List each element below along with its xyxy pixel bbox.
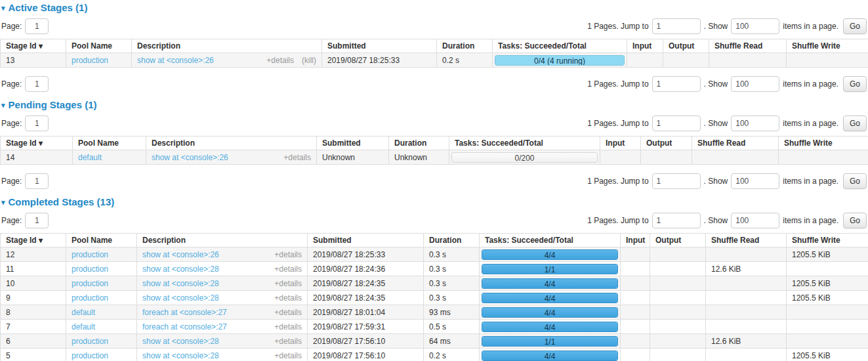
pool-name-link[interactable]: production (72, 351, 108, 360)
kill-link[interactable]: (kill) (302, 56, 316, 65)
column-header-tasks-succeeded-total[interactable]: Tasks: Succeeded/Total (493, 39, 627, 53)
column-header-duration[interactable]: Duration (437, 39, 493, 53)
jump-to-page-input[interactable] (652, 116, 701, 131)
details-link[interactable]: +details (274, 308, 302, 317)
pool-name-link[interactable]: production (72, 337, 108, 346)
cell-pool-name: production (66, 247, 137, 262)
cell-input (621, 320, 650, 334)
description-link[interactable]: show at <console>:26 (152, 153, 228, 162)
column-header-submitted[interactable]: Submitted (308, 234, 424, 247)
column-header-stage-id[interactable]: Stage Id ▾ (1, 137, 73, 150)
cell-submitted: Unknown (317, 150, 389, 165)
page-number-input[interactable] (25, 213, 49, 228)
column-header-shuffle-write[interactable]: Shuffle Write (787, 39, 868, 53)
column-header-input[interactable]: Input (600, 137, 641, 150)
pool-name-link[interactable]: default (72, 308, 95, 317)
pool-name-link[interactable]: default (72, 322, 95, 331)
column-header-tasks-succeeded-total[interactable]: Tasks: Succeeded/Total (449, 137, 600, 150)
cell-description: show at <console>:28+details (137, 262, 308, 276)
show-count-input[interactable] (731, 76, 779, 92)
pool-name-link[interactable]: default (78, 153, 102, 162)
description-link[interactable]: show at <console>:26 (142, 250, 219, 259)
column-header-description[interactable]: Description (137, 234, 308, 247)
jump-to-page-input[interactable] (652, 173, 701, 189)
cell-input (621, 262, 650, 276)
column-header-pool-name[interactable]: Pool Name (66, 39, 132, 53)
column-header-stage-id[interactable]: Stage Id ▾ (1, 39, 66, 53)
show-count-input[interactable] (731, 18, 779, 34)
description-link[interactable]: foreach at <console>:27 (142, 322, 227, 331)
details-link[interactable]: +details (274, 293, 302, 303)
pool-name-link[interactable]: production (72, 293, 108, 303)
details-link[interactable]: +details (274, 265, 302, 274)
go-button[interactable]: Go (843, 116, 867, 131)
details-link[interactable]: +details (274, 279, 302, 288)
column-header-description[interactable]: Description (146, 137, 317, 150)
column-header-stage-id[interactable]: Stage Id ▾ (1, 234, 66, 247)
column-header-submitted[interactable]: Submitted (317, 137, 389, 150)
column-header-output[interactable]: Output (663, 39, 709, 53)
column-header-pool-name[interactable]: Pool Name (66, 234, 137, 247)
section-header-completed-stages-13[interactable]: ▾Completed Stages (13) (1, 196, 868, 208)
cell-submitted: 2019/08/27 17:56:10 (308, 334, 424, 349)
description-link[interactable]: show at <console>:28 (142, 265, 219, 274)
page-number-input[interactable] (25, 18, 49, 34)
column-header-submitted[interactable]: Submitted (322, 39, 437, 53)
page-number-input[interactable] (25, 76, 49, 92)
details-link[interactable]: +details (274, 322, 302, 331)
details-link[interactable]: +details (274, 250, 302, 259)
stage-row: 10productionshow at <console>:28+details… (1, 276, 868, 291)
description-link[interactable]: show at <console>:28 (142, 351, 219, 360)
column-header-duration[interactable]: Duration (389, 137, 449, 150)
description-link[interactable]: show at <console>:26 (137, 56, 214, 65)
column-header-shuffle-write[interactable]: Shuffle Write (787, 234, 868, 247)
go-button[interactable]: Go (843, 18, 867, 34)
cell-input (621, 334, 650, 349)
jump-to-page-input[interactable] (652, 18, 701, 34)
go-button[interactable]: Go (843, 213, 867, 228)
column-header-duration[interactable]: Duration (424, 234, 480, 247)
show-count-input[interactable] (731, 213, 779, 228)
pool-name-link[interactable]: production (72, 279, 108, 288)
column-header-shuffle-read[interactable]: Shuffle Read (692, 137, 779, 150)
column-header-input[interactable]: Input (627, 39, 663, 53)
stage-row: 7defaultforeach at <console>:27+details2… (1, 320, 868, 334)
page-number-input[interactable] (25, 116, 49, 131)
show-label: . Show (704, 79, 728, 89)
details-link[interactable]: +details (266, 56, 294, 65)
pool-name-link[interactable]: production (72, 56, 108, 65)
column-header-shuffle-write[interactable]: Shuffle Write (779, 137, 868, 150)
description-link[interactable]: foreach at <console>:27 (142, 308, 227, 317)
cell-input (621, 247, 650, 262)
column-header-pool-name[interactable]: Pool Name (73, 137, 146, 150)
details-link[interactable]: +details (283, 153, 311, 162)
pool-name-link[interactable]: production (72, 265, 108, 274)
section-header-pending-stages-1[interactable]: ▾Pending Stages (1) (1, 99, 868, 111)
column-header-shuffle-read[interactable]: Shuffle Read (709, 39, 787, 53)
description-link[interactable]: show at <console>:28 (142, 293, 219, 303)
jump-to-page-input[interactable] (652, 213, 701, 228)
column-header-tasks-succeeded-total[interactable]: Tasks: Succeeded/Total (480, 234, 621, 247)
description-link[interactable]: show at <console>:28 (142, 279, 219, 288)
details-link[interactable]: +details (274, 337, 302, 346)
column-header-output[interactable]: Output (650, 234, 706, 247)
pages-count-label: 1 Pages. Jump to (587, 79, 648, 89)
column-header-shuffle-read[interactable]: Shuffle Read (706, 234, 787, 247)
cell-submitted: 2019/08/27 18:24:35 (308, 276, 424, 291)
column-header-description[interactable]: Description (132, 39, 322, 53)
details-link[interactable]: +details (274, 351, 302, 360)
pool-name-link[interactable]: production (72, 250, 108, 259)
go-button[interactable]: Go (843, 173, 867, 189)
page-number-input[interactable] (25, 173, 49, 189)
jump-to-page-input[interactable] (652, 76, 701, 92)
show-count-input[interactable] (731, 116, 779, 131)
section-header-active-stages-1[interactable]: ▾Active Stages (1) (1, 2, 868, 14)
go-button[interactable]: Go (843, 76, 867, 92)
cell-output (650, 320, 706, 334)
column-header-input[interactable]: Input (621, 234, 650, 247)
show-count-input[interactable] (731, 173, 779, 189)
column-header-output[interactable]: Output (641, 137, 692, 150)
tasks-progress-label: 4/4 (482, 351, 617, 361)
description-link[interactable]: show at <console>:28 (142, 337, 219, 346)
cell-shuffle-write: 1205.5 KiB (787, 291, 868, 305)
